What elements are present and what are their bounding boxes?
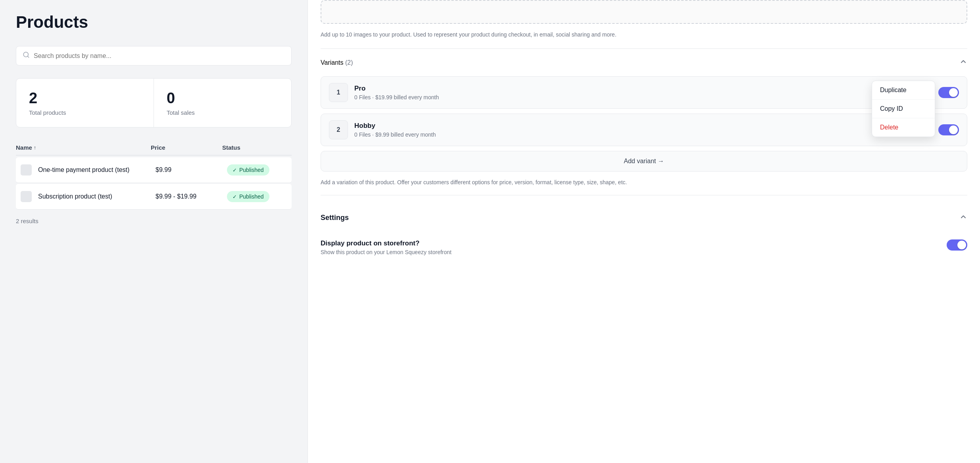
dropdown-duplicate[interactable]: Duplicate [872,81,935,100]
table-row[interactable]: One-time payment product (test) $9.99 Pu… [16,157,292,183]
variant-details: 0 Files · $9.99 billed every month [354,131,913,138]
settings-title: Settings [321,214,349,222]
page-title: Products [16,13,292,32]
variant-name: Hobby [354,122,913,130]
chevron-up-icon [959,58,967,68]
svg-line-1 [27,56,29,57]
variant-number: 2 [329,120,348,139]
variant-name: Pro [354,85,913,93]
storefront-toggle[interactable] [947,239,967,251]
total-sales-number: 0 [167,90,279,107]
product-price: $9.99 - $19.99 [156,193,227,200]
variant-details: 0 Files · $19.99 billed every month [354,94,913,100]
product-name: Subscription product (test) [38,193,156,200]
settings-section-header[interactable]: Settings [321,204,967,232]
storefront-setting-text: Display product on storefront? Show this… [321,239,452,255]
variants-section: Variants (2) 1 Pro 0 Files · $19.99 bill… [321,48,967,187]
product-price: $9.99 [156,166,227,174]
total-products-label: Total products [29,109,141,116]
left-panel: Products 2 Total products 0 Total sales … [0,0,307,463]
variants-section-header[interactable]: Variants (2) [321,49,967,76]
storefront-description: Show this product on your Lemon Squeezy … [321,249,452,255]
variant-toggle[interactable] [938,87,959,98]
search-input[interactable] [34,52,285,60]
total-sales-stat: 0 Total sales [154,79,291,127]
search-bar [16,46,292,66]
total-products-stat: 2 Total products [16,79,154,127]
status-badge: Published [227,164,269,176]
dropdown-copy-id[interactable]: Copy ID [872,100,935,118]
add-variant-button[interactable]: Add variant → [321,151,967,172]
storefront-setting-row: Display product on storefront? Show this… [321,232,967,263]
storefront-label: Display product on storefront? [321,239,452,247]
variant-item: 2 Hobby 0 Files · $9.99 billed every mon… [321,114,967,146]
total-sales-label: Total sales [167,109,279,116]
variant-dropdown-menu: Duplicate Copy ID Delete [872,81,935,137]
row-checkbox[interactable] [21,164,32,176]
status-badge: Published [227,191,269,202]
product-status: Published [227,164,287,176]
upload-hint: Add up to 10 images to your product. Use… [321,30,967,39]
image-upload-area[interactable] [321,0,967,24]
variant-item: 1 Pro 0 Files · $19.99 billed every mont… [321,76,967,109]
variants-count: (2) [345,59,353,66]
total-products-number: 2 [29,90,141,107]
stats-row: 2 Total products 0 Total sales [16,78,292,127]
results-count: 2 results [16,218,292,224]
variants-section-title: Variants (2) [321,59,353,66]
product-name: One-time payment product (test) [38,166,156,174]
variant-info: Hobby 0 Files · $9.99 billed every month [354,122,913,138]
col-name-header: Name ↑ [16,144,151,151]
settings-chevron-up-icon [959,213,967,223]
row-checkbox[interactable] [21,191,32,202]
search-icon [23,51,30,60]
variants-hint: Add a variation of this product. Offer y… [321,178,967,187]
table-row[interactable]: Subscription product (test) $9.99 - $19.… [16,184,292,210]
settings-section: Settings Display product on storefront? … [321,195,967,263]
variant-toggle[interactable] [938,124,959,135]
variant-number: 1 [329,83,348,102]
col-status-header: Status [222,144,292,151]
sort-arrow[interactable]: ↑ [34,145,37,150]
table-header: Name ↑ Price Status [16,140,292,156]
col-price-header: Price [151,144,222,151]
variant-info: Pro 0 Files · $19.99 billed every month [354,85,913,100]
right-panel: Add up to 10 images to your product. Use… [307,0,980,463]
dropdown-delete[interactable]: Delete [872,118,935,137]
product-status: Published [227,191,287,202]
